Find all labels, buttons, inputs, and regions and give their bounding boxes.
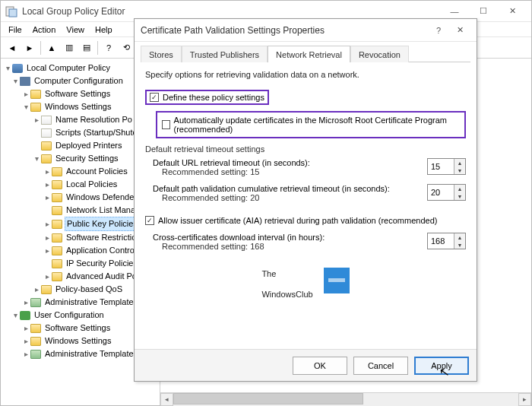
dialog-help-icon[interactable]: ? bbox=[428, 21, 449, 40]
tab-stores[interactable]: Stores bbox=[141, 46, 182, 62]
tree-user-software[interactable]: Software Settings bbox=[43, 322, 112, 335]
auto-update-highlight: Automatically update certificates in the… bbox=[156, 111, 466, 138]
tree-network-list[interactable]: Network List Manag bbox=[65, 204, 141, 217]
scroll-left-icon[interactable]: ◂ bbox=[160, 393, 173, 406]
toolbar-refresh-icon[interactable]: ⟲ bbox=[118, 40, 135, 56]
tree-computer-config[interactable]: Computer Configuration bbox=[33, 75, 125, 87]
menu-help[interactable]: Help bbox=[90, 24, 117, 36]
spinner-down-icon[interactable]: ▼ bbox=[454, 192, 465, 200]
menu-file[interactable]: File bbox=[4, 24, 27, 36]
path-timeout-input[interactable] bbox=[428, 185, 454, 200]
spinner-down-icon[interactable]: ▼ bbox=[454, 241, 465, 249]
svg-rect-1 bbox=[9, 9, 17, 17]
intro-text: Specify options for retrieving validatio… bbox=[145, 70, 466, 79]
folder-icon bbox=[52, 180, 62, 189]
folder-icon bbox=[52, 220, 62, 229]
spinner-up-icon[interactable]: ▲ bbox=[454, 159, 465, 167]
cross-cert-recommended: Recommended setting: 168 bbox=[153, 242, 427, 251]
tree-advanced-audit[interactable]: Advanced Audit Po bbox=[65, 270, 138, 283]
cross-cert-input[interactable] bbox=[428, 233, 454, 249]
tab-revocation[interactable]: Revocation bbox=[350, 46, 409, 62]
cancel-button[interactable]: Cancel bbox=[353, 357, 408, 375]
folder-icon bbox=[52, 206, 62, 215]
tree-software-settings[interactable]: Software Settings bbox=[43, 87, 112, 100]
tree-security-settings[interactable]: Security Settings bbox=[54, 152, 120, 165]
tree-local-policies[interactable]: Local Policies bbox=[65, 178, 119, 191]
folder-icon bbox=[52, 167, 62, 176]
scroll-thumb[interactable] bbox=[173, 393, 363, 404]
path-timeout-spinner[interactable]: ▲▼ bbox=[427, 184, 466, 201]
tree-user-admin-templates[interactable]: Administrative Templates bbox=[43, 347, 139, 360]
spinner-down-icon[interactable]: ▼ bbox=[454, 167, 465, 174]
tab-trusted-publishers[interactable]: Trusted Publishers bbox=[182, 46, 268, 62]
tree-ip-security[interactable]: IP Security Policies bbox=[65, 257, 139, 270]
folder-icon bbox=[52, 259, 62, 268]
scroll-right-icon[interactable]: ▸ bbox=[518, 393, 531, 406]
tree-application-control[interactable]: Application Control bbox=[65, 244, 138, 257]
url-timeout-recommended: Recommended setting: 15 bbox=[153, 167, 427, 176]
menu-action[interactable]: Action bbox=[28, 24, 61, 36]
scroll-track[interactable] bbox=[173, 393, 518, 406]
toolbar-up-icon[interactable]: ▲ bbox=[43, 40, 60, 56]
toolbar-separator bbox=[97, 41, 98, 55]
auto-update-checkbox[interactable] bbox=[162, 120, 170, 129]
tree-admin-templates[interactable]: Administrative Templates bbox=[43, 296, 139, 309]
folder-icon bbox=[30, 103, 41, 112]
tree-public-key-policies[interactable]: Public Key Policies bbox=[65, 217, 140, 231]
tree-deployed-printers[interactable]: Deployed Printers bbox=[54, 139, 123, 152]
folder-icon bbox=[41, 285, 52, 294]
dialog-tabs: Stores Trusted Publishers Network Retrie… bbox=[141, 45, 470, 62]
aia-checkbox[interactable] bbox=[145, 216, 154, 225]
folder-icon bbox=[30, 337, 41, 346]
spinner-up-icon[interactable]: ▲ bbox=[454, 233, 465, 241]
cross-cert-label: Cross-certificates download interval (in… bbox=[153, 233, 427, 242]
tree-scripts[interactable]: Scripts (Startup/Shutdo bbox=[54, 126, 144, 139]
apply-button[interactable]: Apply bbox=[414, 357, 469, 375]
define-settings-checkbox[interactable] bbox=[150, 93, 159, 102]
windows-flag-icon bbox=[324, 268, 350, 293]
aia-label: Allow issuer certificate (AIA) retrieval… bbox=[158, 216, 437, 225]
script-icon bbox=[41, 128, 52, 138]
toolbar-details-icon[interactable]: ▥ bbox=[61, 40, 78, 56]
dialog-close-icon[interactable]: ✕ bbox=[449, 21, 470, 40]
path-timeout-recommended: Recommended setting: 20 bbox=[153, 193, 427, 202]
logo-text: The WindowsClub bbox=[261, 260, 312, 302]
dialog-title: Certificate Path Validation Settings Pro… bbox=[141, 25, 428, 36]
folder-icon bbox=[30, 324, 41, 333]
dialog-titlebar: Certificate Path Validation Settings Pro… bbox=[135, 19, 477, 42]
ok-button[interactable]: OK bbox=[293, 357, 347, 375]
scroll-icon bbox=[41, 116, 52, 125]
toolbar-help-icon[interactable]: ? bbox=[100, 40, 117, 56]
define-settings-label: Define these policy settings bbox=[163, 93, 264, 102]
tree-user-config[interactable]: User Configuration bbox=[33, 309, 106, 322]
tree-windows-defender[interactable]: Windows Defender bbox=[65, 191, 138, 204]
close-button[interactable]: ✕ bbox=[498, 2, 527, 21]
folder-icon bbox=[52, 246, 62, 255]
auto-update-label: Automatically update certificates in the… bbox=[174, 116, 460, 134]
tree-name-resolution[interactable]: Name Resolution Po bbox=[54, 113, 134, 126]
url-timeout-input[interactable] bbox=[428, 159, 454, 174]
window-title: Local Group Policy Editor bbox=[22, 6, 440, 17]
spinner-up-icon[interactable]: ▲ bbox=[454, 185, 465, 192]
toolbar-forward-icon[interactable]: ► bbox=[21, 40, 38, 56]
tree-user-windows[interactable]: Windows Settings bbox=[43, 335, 112, 347]
tree-software-restriction[interactable]: Software Restriction bbox=[65, 231, 142, 244]
tree-policy-qos[interactable]: Policy-based QoS bbox=[54, 283, 124, 296]
dialog-body: Specify options for retrieving validatio… bbox=[135, 62, 477, 349]
define-settings-highlight: Define these policy settings bbox=[145, 90, 269, 105]
horizontal-scrollbar[interactable]: ◂ ▸ bbox=[160, 392, 531, 405]
folder-icon bbox=[30, 90, 41, 99]
template-icon bbox=[30, 350, 41, 359]
menu-view[interactable]: View bbox=[62, 24, 89, 36]
tree-root[interactable]: Local Computer Policy bbox=[25, 62, 112, 75]
tab-network-retrieval[interactable]: Network Retrieval bbox=[268, 46, 350, 62]
folder-icon bbox=[52, 233, 62, 243]
toolbar-export-icon[interactable]: ▤ bbox=[78, 40, 95, 56]
tree-windows-settings[interactable]: Windows Settings bbox=[43, 100, 112, 113]
properties-dialog: Certificate Path Validation Settings Pro… bbox=[134, 18, 477, 382]
toolbar-back-icon[interactable]: ◄ bbox=[4, 40, 21, 56]
tree-account-policies[interactable]: Account Policies bbox=[65, 165, 129, 178]
computer-icon bbox=[20, 77, 30, 86]
cross-cert-spinner[interactable]: ▲▼ bbox=[427, 233, 466, 249]
url-timeout-spinner[interactable]: ▲▼ bbox=[427, 158, 466, 175]
